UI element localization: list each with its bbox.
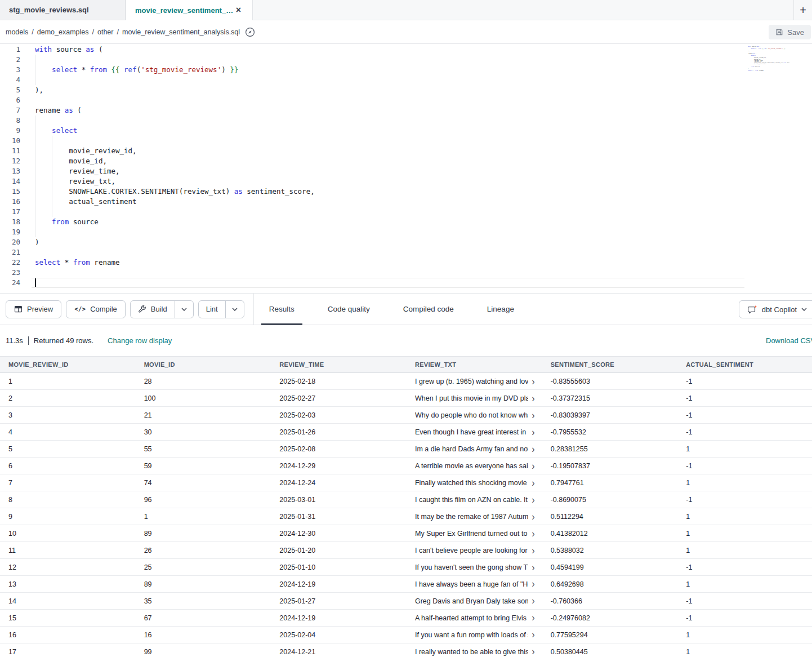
breadcrumb-item[interactable]: models <box>6 28 28 36</box>
save-button[interactable]: Save <box>769 25 811 39</box>
line-number: 2 <box>0 55 20 65</box>
lint-button[interactable]: Lint <box>199 301 225 318</box>
code-line[interactable]: 22select * from rename <box>0 258 812 268</box>
expand-cell-icon[interactable]: › <box>532 647 534 657</box>
table-row: 16162025-02-04If you want a fun romp wit… <box>0 627 812 643</box>
code-line[interactable]: 18 from source <box>0 217 812 227</box>
cell: 15 <box>0 610 136 627</box>
tab-results[interactable]: Results <box>261 294 302 325</box>
dbt-copilot-button[interactable]: dbt Copilot <box>739 300 812 318</box>
breadcrumb-item[interactable]: movie_review_sentiment_analysis.sql <box>122 28 240 36</box>
minimap[interactable]: with source as ( select * from {{ ref('s… <box>748 46 789 74</box>
expand-cell-icon[interactable]: › <box>532 444 534 454</box>
code-line[interactable]: 9 select <box>0 126 812 136</box>
code-line[interactable]: 14 review_txt, <box>0 176 812 187</box>
cell: 5 <box>0 441 136 458</box>
lint-label: Lint <box>206 305 218 313</box>
code-line[interactable]: 16 actual_sentiment <box>0 197 812 207</box>
table-row: 17992024-12-21I really wanted to be able… <box>0 643 812 657</box>
code-line[interactable]: 19 <box>0 227 812 237</box>
download-csv-link[interactable]: Download CSV <box>766 336 812 345</box>
breadcrumb-item[interactable]: demo_examples <box>37 28 89 36</box>
close-tab-icon[interactable]: × <box>234 5 243 16</box>
expand-cell-icon[interactable]: › <box>532 393 534 403</box>
review-text: I really wanted to be able to give this … <box>415 648 528 656</box>
build-dropdown-button[interactable] <box>175 301 193 318</box>
cell: -0.7955532 <box>542 424 678 441</box>
table-body: 1282025-02-18I grew up (b. 1965) watchin… <box>0 373 812 657</box>
expand-cell-icon[interactable]: › <box>532 427 534 437</box>
expand-cell-icon[interactable]: › <box>532 596 534 606</box>
cell: 10 <box>0 525 136 542</box>
cell: 25 <box>136 559 271 576</box>
review-txt-cell: Even though I have great interest in Bi…… <box>407 424 542 441</box>
code-line[interactable]: 12 movie_id, <box>0 156 812 166</box>
review-txt-cell: It may be the remake of 1987 Autumn'…› <box>407 508 542 525</box>
cell: 2025-01-10 <box>271 559 407 576</box>
expand-cell-icon[interactable]: › <box>532 613 534 623</box>
code-line[interactable]: 6 <box>0 95 812 105</box>
breadcrumb-separator: / <box>117 28 118 36</box>
code-line[interactable]: 3 select * from {{ ref('stg_movie_review… <box>0 65 812 75</box>
new-tab-button[interactable]: + <box>800 5 806 16</box>
cell: 1 <box>0 373 136 390</box>
line-number: 8 <box>0 116 20 126</box>
expand-cell-icon[interactable]: › <box>532 529 534 539</box>
tab-code-quality[interactable]: Code quality <box>320 294 378 325</box>
line-number: 11 <box>0 146 20 156</box>
code-line[interactable]: 13 review_time, <box>0 166 812 176</box>
code-line[interactable]: 1with source as ( <box>0 45 812 55</box>
expand-cell-icon[interactable]: › <box>532 562 534 572</box>
review-txt-cell: If you want a fun romp with loads of s…› <box>407 627 542 643</box>
compile-button[interactable]: </> Compile <box>66 300 126 318</box>
results-table: MOVIE_REVIEW_IDMOVIE_IDREVIEW_TIMEREVIEW… <box>0 356 812 657</box>
expand-cell-icon[interactable]: › <box>532 410 534 420</box>
copilot-compass-icon[interactable] <box>245 27 255 37</box>
tab-lineage[interactable]: Lineage <box>479 294 522 325</box>
expand-cell-icon[interactable]: › <box>532 495 534 505</box>
cell: 17 <box>0 643 136 657</box>
table-header-row: MOVIE_REVIEW_IDMOVIE_IDREVIEW_TIMEREVIEW… <box>0 357 812 373</box>
code-line[interactable]: 20) <box>0 237 812 247</box>
expand-cell-icon[interactable]: › <box>532 512 534 522</box>
code-line[interactable]: 5), <box>0 85 812 95</box>
tab-movie-review-sentiment-analysis[interactable]: movie_review_sentiment_… × <box>126 0 253 20</box>
build-button[interactable]: Build <box>131 301 175 318</box>
cell: -1 <box>677 559 812 576</box>
cell: -0.24976082 <box>542 610 678 627</box>
expand-cell-icon[interactable]: › <box>532 545 534 556</box>
cell: -0.83039397 <box>542 407 678 424</box>
change-row-display-link[interactable]: Change row display <box>108 336 172 345</box>
code-line[interactable]: 23 <box>0 268 812 278</box>
code-line[interactable]: 15 SNOWFLAKE.CORTEX.SENTIMENT(review_txt… <box>0 187 812 197</box>
code-line[interactable]: 8 <box>0 116 812 126</box>
table-row: 21002025-02-27When I put this movie in m… <box>0 390 812 407</box>
code-line[interactable]: 11 movie_review_id, <box>0 146 812 156</box>
line-number: 19 <box>0 227 20 237</box>
column-header-movie_review_id: MOVIE_REVIEW_ID <box>0 357 136 373</box>
code-line[interactable]: 4 <box>0 75 812 85</box>
line-number: 9 <box>0 126 20 136</box>
toolbar-divider <box>253 294 254 325</box>
expand-cell-icon[interactable]: › <box>532 579 534 589</box>
chevron-down-icon <box>801 308 807 311</box>
code-line[interactable]: 10 <box>0 136 812 146</box>
expand-cell-icon[interactable]: › <box>532 630 534 640</box>
code-line[interactable]: 7rename as ( <box>0 105 812 116</box>
expand-cell-icon[interactable]: › <box>532 376 534 387</box>
tab-compiled-code[interactable]: Compiled code <box>395 294 462 325</box>
expand-cell-icon[interactable]: › <box>532 478 534 488</box>
breadcrumb-item[interactable]: other <box>97 28 114 36</box>
line-number: 7 <box>0 105 20 116</box>
preview-button[interactable]: Preview <box>6 300 61 318</box>
code-line[interactable]: 24 <box>0 278 812 288</box>
cell: -1 <box>677 373 812 390</box>
code-line[interactable]: 17 <box>0 207 812 217</box>
code-line[interactable]: 2 <box>0 55 812 65</box>
expand-cell-icon[interactable]: › <box>532 461 534 471</box>
code-line[interactable]: 21 <box>0 247 812 258</box>
code-editor[interactable]: 1with source as (23 select * from {{ ref… <box>0 44 812 293</box>
cell: 26 <box>136 542 271 559</box>
tab-stg-movie-reviews[interactable]: stg_movie_reviews.sql <box>0 0 126 20</box>
lint-dropdown-button[interactable] <box>225 301 244 318</box>
